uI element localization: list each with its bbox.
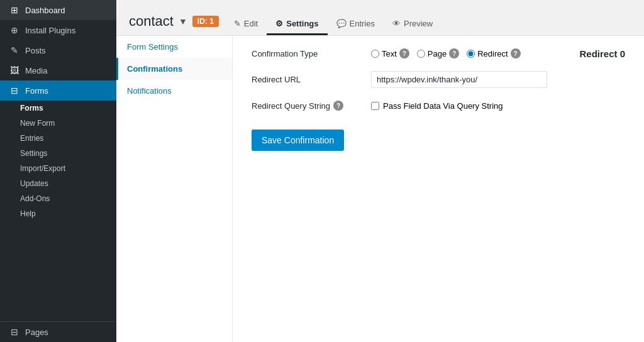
sidebar-item-dashboard[interactable]: ⊞ Dashboard: [0, 0, 116, 20]
radio-group-type: Text ? Page ? Redirect ?: [371, 48, 521, 58]
tabs: ✎ Edit ⚙ Settings 💬 Entries 👁 Preview: [225, 14, 441, 35]
nav-notifications[interactable]: Notifications: [116, 80, 232, 102]
redirect-query-string-control: Pass Field Data Via Query String: [371, 101, 625, 111]
plugins-icon: ⊕: [9, 25, 20, 35]
save-button-container: Save Confirmation: [252, 123, 625, 151]
tab-settings[interactable]: ⚙ Settings: [267, 14, 327, 35]
sidebar-sub-addons[interactable]: Add-Ons: [0, 191, 116, 206]
redirect-url-control: [371, 71, 625, 88]
sidebar-sub-import-export[interactable]: Import/Export: [0, 161, 116, 176]
dashboard-icon: ⊞: [9, 5, 20, 15]
redirect-header: Redirect 0: [579, 48, 625, 59]
save-confirmation-button[interactable]: Save Confirmation: [252, 130, 344, 151]
radio-text-input[interactable]: [371, 50, 379, 58]
forms-icon: ⊟: [9, 86, 20, 96]
form-title-chevron-icon[interactable]: ▼: [179, 16, 187, 26]
redirect-help-icon[interactable]: ?: [511, 48, 521, 58]
topbar: contact ▼ ID: 1 ✎ Edit ⚙ Settings 💬 Entr…: [116, 0, 644, 36]
query-string-help-icon[interactable]: ?: [333, 101, 343, 111]
pages-icon: ⊟: [9, 327, 20, 337]
confirmation-type-row: Confirmation Type Text ? Page: [252, 48, 625, 58]
redirect-query-string-label: Redirect Query String ?: [252, 101, 365, 111]
radio-page-input[interactable]: [417, 50, 425, 58]
settings-tab-icon: ⚙: [275, 19, 283, 28]
sidebar: ⊞ Dashboard ⊕ Install Plugins ✎ Posts 🖼 …: [0, 0, 116, 342]
sidebar-sub-new-form[interactable]: New Form: [0, 116, 116, 131]
tab-preview[interactable]: 👁 Preview: [384, 14, 441, 35]
edit-icon: ✎: [234, 19, 241, 28]
settings-panel: Redirect 0 Confirmation Type Text ?: [233, 36, 644, 342]
pass-field-data-checkbox[interactable]: [371, 102, 379, 110]
preview-icon: 👁: [392, 19, 401, 28]
redirect-url-row: Redirect URL: [252, 71, 625, 88]
media-icon: 🖼: [9, 65, 20, 75]
form-title: contact: [129, 13, 174, 30]
text-help-icon[interactable]: ?: [399, 48, 409, 58]
tab-edit[interactable]: ✎ Edit: [225, 14, 267, 35]
sidebar-sub-help[interactable]: Help: [0, 206, 116, 221]
sidebar-item-pages[interactable]: ⊟ Pages: [0, 322, 116, 342]
entries-icon: 💬: [336, 19, 347, 28]
sidebar-sub-updates[interactable]: Updates: [0, 176, 116, 191]
radio-redirect-input[interactable]: [467, 50, 475, 58]
redirect-url-label: Redirect URL: [252, 75, 365, 84]
sidebar-item-forms[interactable]: ⊟ Forms: [0, 80, 116, 101]
nav-form-settings[interactable]: Form Settings: [116, 36, 232, 58]
radio-page[interactable]: Page ?: [417, 48, 459, 58]
tab-entries[interactable]: 💬 Entries: [328, 14, 384, 35]
sidebar-item-install-plugins[interactable]: ⊕ Install Plugins: [0, 20, 116, 40]
posts-icon: ✎: [9, 45, 20, 55]
pass-field-data-checkbox-label[interactable]: Pass Field Data Via Query String: [371, 101, 503, 111]
sidebar-item-media[interactable]: 🖼 Media: [0, 60, 116, 80]
sidebar-sub-forms[interactable]: Forms: [0, 101, 116, 116]
sidebar-sub-settings[interactable]: Settings: [0, 146, 116, 161]
redirect-url-input[interactable]: [371, 71, 547, 88]
main-content: contact ▼ ID: 1 ✎ Edit ⚙ Settings 💬 Entr…: [116, 0, 644, 342]
content-area: Form Settings Confirmations Notification…: [116, 36, 644, 342]
nav-confirmations[interactable]: Confirmations: [116, 58, 232, 80]
radio-redirect[interactable]: Redirect ?: [467, 48, 520, 58]
sidebar-sub-entries[interactable]: Entries: [0, 131, 116, 146]
settings-nav: Form Settings Confirmations Notification…: [116, 36, 233, 342]
confirmation-type-label: Confirmation Type: [252, 49, 365, 58]
redirect-query-string-row: Redirect Query String ? Pass Field Data …: [252, 101, 625, 111]
form-id-badge: ID: 1: [192, 16, 219, 27]
radio-text[interactable]: Text ?: [371, 48, 409, 58]
page-help-icon[interactable]: ?: [449, 48, 459, 58]
sidebar-item-posts[interactable]: ✎ Posts: [0, 40, 116, 60]
